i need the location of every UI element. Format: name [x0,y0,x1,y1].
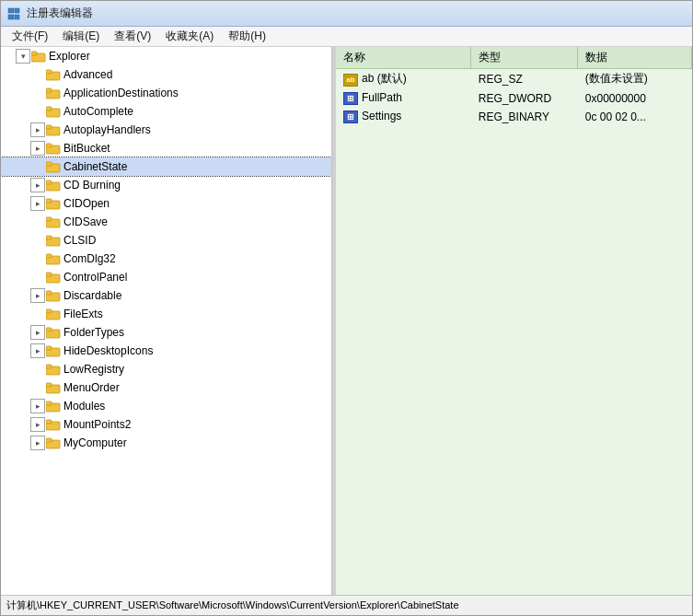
reg-dword-icon: ⊞ [343,110,358,123]
svg-rect-25 [46,236,52,239]
col-header-name[interactable]: 名称 [336,47,471,69]
tree-item-discardable[interactable]: ▸ Discardable [1,286,331,305]
registry-name[interactable]: abab (默认) [336,69,471,89]
tree-item-menuorder[interactable]: MenuOrder [1,378,331,397]
svg-rect-31 [46,291,52,295]
tree-label-cdburning: CD Burning [64,179,121,192]
registry-data: (数值未设置) [578,69,692,89]
svg-rect-37 [46,346,52,350]
table-row[interactable]: ⊞SettingsREG_BINARY0c 00 02 0... [336,108,692,126]
tree-item-comdlg32[interactable]: ComDlg32 [1,250,331,268]
tree-item-mountpoints2[interactable]: ▸ MountPoints2 [1,415,331,434]
tree-item-explorer[interactable]: ▾ Explorer [1,47,331,65]
folder-icon [46,105,61,118]
tree-label-modules: Modules [64,400,105,413]
registry-data: 0x00000000 [578,89,692,108]
tree-label-advanced: Advanced [64,68,112,81]
registry-name-text: FullPath [362,91,402,104]
folder-icon [46,252,61,265]
tree-expander-mycomputer[interactable]: ▸ [30,436,45,450]
tree-expander-mountpoints2[interactable]: ▸ [30,417,45,432]
tree-item-cidsave[interactable]: CIDSave [1,213,331,231]
col-header-data[interactable]: 数据 [578,47,692,69]
tree-expander-discardable[interactable]: ▸ [30,288,45,303]
registry-name-text: ab (默认) [362,72,407,85]
menu-view[interactable]: 查看(V) [107,27,158,46]
folder-icon [46,400,61,413]
registry-editor-window: 注册表编辑器 文件(F) 编辑(E) 查看(V) 收藏夹(A) 帮助(H) ▾ … [0,0,693,616]
tree-item-mycomputer[interactable]: ▸ MyComputer [1,434,331,452]
tree-item-cabinetstate[interactable]: CabinetState [1,157,331,176]
tree-label-mycomputer: MyComputer [64,436,127,449]
registry-data: 0c 00 02 0... [578,108,692,126]
right-scroll[interactable]: 名称 类型 数据 abab (默认)REG_SZ(数值未设置)⊞FullPath… [336,47,692,595]
folder-icon [46,179,61,192]
registry-name[interactable]: ⊞Settings [336,108,471,126]
tree-expander-hidedesktopicons[interactable]: ▸ [30,343,45,358]
tree-expander-autoplayhandlers[interactable]: ▸ [30,122,45,137]
tree-item-lowregistry[interactable]: LowRegistry [1,360,331,378]
tree-label-appdest: ApplicationDestinations [64,87,179,99]
table-row[interactable]: abab (默认)REG_SZ(数值未设置) [336,69,692,89]
svg-rect-21 [46,199,52,203]
title-bar: 注册表编辑器 [1,1,692,27]
svg-rect-13 [46,125,52,129]
tree-expander-foldertypes[interactable]: ▸ [30,325,45,340]
svg-rect-43 [46,401,52,405]
tree-expander-explorer[interactable]: ▾ [16,49,30,64]
tree-item-foldertypes[interactable]: ▸ FolderTypes [1,323,331,342]
tree-label-comdlg32: ComDlg32 [64,252,116,265]
tree-item-cidopen[interactable]: ▸ CIDOpen [1,194,331,213]
tree-expander-modules[interactable]: ▸ [30,399,45,413]
registry-type: REG_BINARY [471,108,578,126]
svg-rect-15 [46,144,52,147]
folder-icon [46,436,61,449]
tree-label-foldertypes: FolderTypes [64,326,124,339]
tree-item-hidedesktopicons[interactable]: ▸ HideDesktopIcons [1,342,331,360]
svg-rect-39 [46,365,52,368]
tree-item-autocomplete[interactable]: AutoComplete [1,102,331,121]
table-row[interactable]: ⊞FullPathREG_DWORD0x00000000 [336,89,692,108]
window-title: 注册表编辑器 [27,6,93,21]
app-icon [6,6,21,21]
tree-scroll[interactable]: ▾ Explorer Advanced ApplicationDestinati… [1,47,331,595]
tree-item-fileexts[interactable]: FileExts [1,305,331,323]
tree-label-explorer: Explorer [49,50,90,63]
col-header-type[interactable]: 类型 [471,47,578,69]
status-bar: 计算机\HKEY_CURRENT_USER\Software\Microsoft… [1,595,692,615]
svg-rect-33 [46,309,52,313]
svg-rect-9 [46,88,52,92]
tree-item-clsid[interactable]: CLSID [1,231,331,250]
folder-icon [46,418,61,431]
tree-label-cabinetstate: CabinetState [64,160,127,173]
registry-name[interactable]: ⊞FullPath [336,89,471,108]
tree-expander-cdburning[interactable]: ▸ [30,178,45,192]
tree-label-bitbucket: BitBucket [64,142,110,155]
menu-file[interactable]: 文件(F) [5,27,55,46]
tree-item-cdburning[interactable]: ▸ CD Burning [1,176,331,194]
tree-expander-cidopen[interactable]: ▸ [30,196,45,211]
svg-rect-3 [15,15,19,19]
svg-rect-19 [46,180,52,184]
tree-label-controlpanel: ControlPanel [64,271,127,284]
tree-label-mountpoints2: MountPoints2 [64,418,131,431]
svg-rect-35 [46,328,52,331]
menu-help[interactable]: 帮助(H) [221,27,273,46]
folder-icon [46,308,61,320]
folder-icon [46,381,61,394]
tree-label-menuorder: MenuOrder [64,381,120,394]
menu-favorites[interactable]: 收藏夹(A) [158,27,221,46]
tree-item-appdest[interactable]: ApplicationDestinations [1,84,331,102]
tree-item-advanced[interactable]: Advanced [1,65,331,84]
tree-label-hidedesktopicons: HideDesktopIcons [64,344,153,357]
tree-item-bitbucket[interactable]: ▸ BitBucket [1,139,331,157]
tree-item-modules[interactable]: ▸ Modules [1,397,331,415]
folder-icon [46,215,61,228]
tree-expander-bitbucket[interactable]: ▸ [30,141,45,156]
svg-rect-41 [46,383,52,387]
menu-edit[interactable]: 编辑(E) [55,27,107,46]
registry-type: REG_SZ [471,69,578,89]
tree-item-autoplayhandlers[interactable]: ▸ AutoplayHandlers [1,121,331,139]
tree-label-clsid: CLSID [64,234,96,247]
tree-item-controlpanel[interactable]: ControlPanel [1,268,331,286]
